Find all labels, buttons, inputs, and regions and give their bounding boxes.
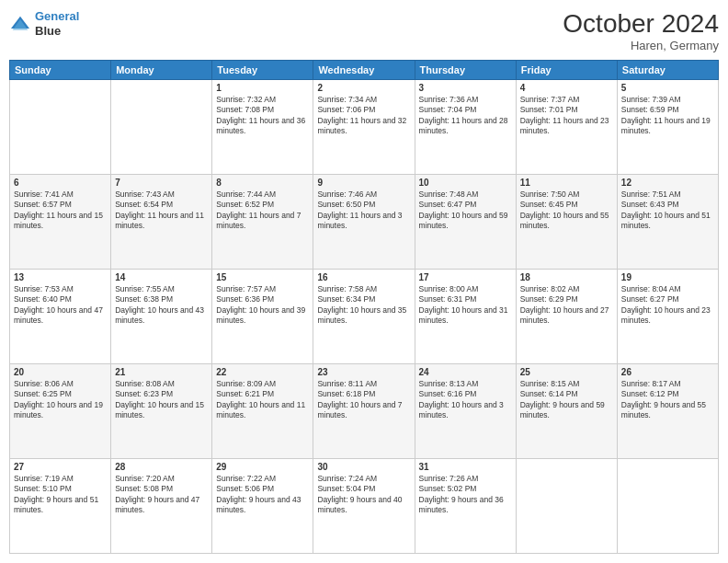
calendar-header-sunday: Sunday (10, 61, 111, 80)
month-title: October 2024 (563, 9, 719, 39)
calendar-cell: 24Sunrise: 8:13 AM Sunset: 6:16 PM Dayli… (415, 364, 516, 459)
calendar-cell: 30Sunrise: 7:24 AM Sunset: 5:04 PM Dayli… (313, 459, 415, 554)
day-info: Sunrise: 8:17 AM Sunset: 6:12 PM Dayligh… (621, 379, 714, 421)
day-info: Sunrise: 7:39 AM Sunset: 6:59 PM Dayligh… (621, 95, 714, 137)
day-info: Sunrise: 8:11 AM Sunset: 6:18 PM Dayligh… (317, 379, 410, 421)
calendar-cell: 20Sunrise: 8:06 AM Sunset: 6:25 PM Dayli… (10, 364, 111, 459)
logo-text: General Blue (35, 9, 79, 38)
calendar-header-monday: Monday (111, 61, 212, 80)
calendar-cell: 12Sunrise: 7:51 AM Sunset: 6:43 PM Dayli… (617, 175, 718, 270)
day-number: 13 (14, 272, 107, 282)
day-info: Sunrise: 8:00 AM Sunset: 6:31 PM Dayligh… (419, 284, 512, 327)
calendar-cell: 28Sunrise: 7:20 AM Sunset: 5:08 PM Dayli… (111, 459, 212, 554)
calendar-cell (617, 459, 718, 554)
calendar-cell: 19Sunrise: 8:04 AM Sunset: 6:27 PM Dayli… (617, 270, 718, 364)
day-number: 3 (419, 83, 512, 93)
day-number: 4 (520, 83, 613, 93)
day-info: Sunrise: 7:44 AM Sunset: 6:52 PM Dayligh… (216, 190, 309, 232)
calendar-cell: 21Sunrise: 8:08 AM Sunset: 6:23 PM Dayli… (111, 364, 212, 459)
logo: General Blue (9, 9, 79, 38)
location: Haren, Germany (563, 39, 719, 52)
day-number: 9 (317, 178, 410, 188)
calendar-header-thursday: Thursday (415, 61, 516, 80)
day-info: Sunrise: 8:09 AM Sunset: 6:21 PM Dayligh… (216, 379, 309, 421)
day-number: 15 (216, 272, 309, 282)
calendar-week-2: 13Sunrise: 7:53 AM Sunset: 6:40 PM Dayli… (10, 270, 719, 364)
day-number: 2 (317, 83, 410, 93)
day-info: Sunrise: 7:43 AM Sunset: 6:54 PM Dayligh… (115, 190, 208, 232)
day-info: Sunrise: 8:13 AM Sunset: 6:16 PM Dayligh… (419, 379, 512, 421)
day-info: Sunrise: 7:53 AM Sunset: 6:40 PM Dayligh… (14, 284, 107, 327)
calendar-week-1: 6Sunrise: 7:41 AM Sunset: 6:57 PM Daylig… (10, 175, 719, 270)
calendar-cell (111, 80, 212, 175)
header: General Blue October 2024 Haren, Germany (9, 9, 719, 52)
day-number: 26 (621, 367, 714, 377)
day-number: 18 (520, 272, 613, 282)
calendar-cell: 15Sunrise: 7:57 AM Sunset: 6:36 PM Dayli… (212, 270, 313, 364)
day-number: 11 (520, 178, 613, 188)
day-number: 17 (419, 272, 512, 282)
calendar-cell: 11Sunrise: 7:50 AM Sunset: 6:45 PM Dayli… (516, 175, 617, 270)
calendar-cell: 2Sunrise: 7:34 AM Sunset: 7:06 PM Daylig… (313, 80, 415, 175)
day-number: 16 (317, 272, 410, 282)
calendar-cell: 1Sunrise: 7:32 AM Sunset: 7:08 PM Daylig… (212, 80, 313, 175)
day-number: 21 (115, 367, 208, 377)
calendar-cell: 29Sunrise: 7:22 AM Sunset: 5:06 PM Dayli… (212, 459, 313, 554)
calendar-cell: 9Sunrise: 7:46 AM Sunset: 6:50 PM Daylig… (313, 175, 415, 270)
calendar-cell: 6Sunrise: 7:41 AM Sunset: 6:57 PM Daylig… (10, 175, 111, 270)
day-number: 7 (115, 178, 208, 188)
logo-icon (9, 15, 31, 33)
day-info: Sunrise: 7:41 AM Sunset: 6:57 PM Dayligh… (14, 190, 107, 232)
day-number: 12 (621, 178, 714, 188)
day-info: Sunrise: 7:55 AM Sunset: 6:38 PM Dayligh… (115, 284, 208, 327)
day-number: 22 (216, 367, 309, 377)
day-info: Sunrise: 8:08 AM Sunset: 6:23 PM Dayligh… (115, 379, 208, 421)
calendar-week-4: 27Sunrise: 7:19 AM Sunset: 5:10 PM Dayli… (10, 459, 719, 554)
calendar-cell: 13Sunrise: 7:53 AM Sunset: 6:40 PM Dayli… (10, 270, 111, 364)
calendar-cell: 7Sunrise: 7:43 AM Sunset: 6:54 PM Daylig… (111, 175, 212, 270)
page: General Blue October 2024 Haren, Germany… (0, 0, 728, 563)
calendar-cell: 8Sunrise: 7:44 AM Sunset: 6:52 PM Daylig… (212, 175, 313, 270)
calendar-cell: 17Sunrise: 8:00 AM Sunset: 6:31 PM Dayli… (415, 270, 516, 364)
calendar-header-row: SundayMondayTuesdayWednesdayThursdayFrid… (10, 61, 719, 80)
day-number: 5 (621, 83, 714, 93)
calendar-cell: 31Sunrise: 7:26 AM Sunset: 5:02 PM Dayli… (415, 459, 516, 554)
calendar-header-tuesday: Tuesday (212, 61, 313, 80)
title-block: October 2024 Haren, Germany (563, 9, 719, 52)
day-number: 8 (216, 178, 309, 188)
day-info: Sunrise: 7:58 AM Sunset: 6:34 PM Dayligh… (317, 284, 410, 327)
day-info: Sunrise: 7:19 AM Sunset: 5:10 PM Dayligh… (14, 474, 107, 516)
calendar-table: SundayMondayTuesdayWednesdayThursdayFrid… (9, 60, 719, 554)
day-info: Sunrise: 7:26 AM Sunset: 5:02 PM Dayligh… (419, 474, 512, 516)
calendar-cell: 3Sunrise: 7:36 AM Sunset: 7:04 PM Daylig… (415, 80, 516, 175)
day-info: Sunrise: 8:06 AM Sunset: 6:25 PM Dayligh… (14, 379, 107, 421)
calendar-cell: 14Sunrise: 7:55 AM Sunset: 6:38 PM Dayli… (111, 270, 212, 364)
calendar-cell: 25Sunrise: 8:15 AM Sunset: 6:14 PM Dayli… (516, 364, 617, 459)
calendar-week-3: 20Sunrise: 8:06 AM Sunset: 6:25 PM Dayli… (10, 364, 719, 459)
calendar-week-0: 1Sunrise: 7:32 AM Sunset: 7:08 PM Daylig… (10, 80, 719, 175)
day-number: 24 (419, 367, 512, 377)
day-info: Sunrise: 7:50 AM Sunset: 6:45 PM Dayligh… (520, 190, 613, 232)
day-number: 14 (115, 272, 208, 282)
calendar-header-wednesday: Wednesday (313, 61, 415, 80)
day-info: Sunrise: 7:37 AM Sunset: 7:01 PM Dayligh… (520, 95, 613, 137)
calendar-cell: 4Sunrise: 7:37 AM Sunset: 7:01 PM Daylig… (516, 80, 617, 175)
day-info: Sunrise: 7:24 AM Sunset: 5:04 PM Dayligh… (317, 474, 410, 516)
day-info: Sunrise: 7:20 AM Sunset: 5:08 PM Dayligh… (115, 474, 208, 516)
calendar-header-saturday: Saturday (617, 61, 718, 80)
day-number: 10 (419, 178, 512, 188)
day-number: 25 (520, 367, 613, 377)
calendar-cell: 22Sunrise: 8:09 AM Sunset: 6:21 PM Dayli… (212, 364, 313, 459)
day-info: Sunrise: 7:51 AM Sunset: 6:43 PM Dayligh… (621, 190, 714, 232)
day-info: Sunrise: 8:04 AM Sunset: 6:27 PM Dayligh… (621, 284, 714, 327)
logo-line2: Blue (35, 24, 79, 39)
day-info: Sunrise: 8:15 AM Sunset: 6:14 PM Dayligh… (520, 379, 613, 421)
calendar-cell: 27Sunrise: 7:19 AM Sunset: 5:10 PM Dayli… (10, 459, 111, 554)
day-number: 1 (216, 83, 309, 93)
day-info: Sunrise: 7:48 AM Sunset: 6:47 PM Dayligh… (419, 190, 512, 232)
calendar-header-friday: Friday (516, 61, 617, 80)
day-number: 6 (14, 178, 107, 188)
day-number: 30 (317, 462, 410, 472)
day-info: Sunrise: 7:34 AM Sunset: 7:06 PM Dayligh… (317, 95, 410, 137)
day-number: 19 (621, 272, 714, 282)
